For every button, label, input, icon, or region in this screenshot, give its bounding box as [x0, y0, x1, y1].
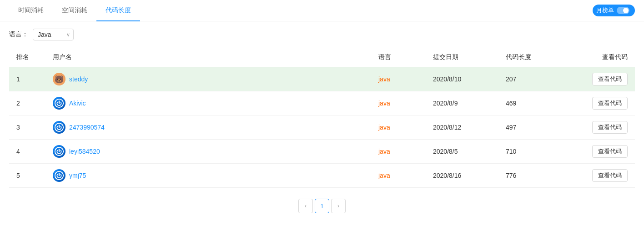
language-filter-label: 语言： [9, 30, 28, 39]
username-link[interactable]: Akivic [69, 100, 86, 107]
view-code-button[interactable]: 查看代码 [592, 97, 628, 110]
pagination: ‹ 1 › [0, 188, 644, 224]
header-code-length: 代码长度 [498, 48, 562, 67]
cell-username: Akivic [45, 91, 371, 116]
cell-date: 2020/8/5 [426, 140, 498, 164]
view-code-button[interactable]: 查看代码 [592, 145, 628, 158]
cell-code-length: 710 [498, 140, 562, 164]
view-code-button[interactable]: 查看代码 [592, 169, 628, 182]
table-row: 5 ymj75java2020/8/16776查看代码 [9, 164, 635, 188]
header-view-code: 查看代码 [562, 48, 635, 67]
avatar [53, 97, 65, 110]
tab-code-length[interactable]: 代码长度 [96, 0, 140, 21]
cell-rank: 5 [9, 164, 45, 188]
cell-lang: java [371, 140, 426, 164]
next-arrow-icon: › [337, 203, 339, 209]
avatar [53, 145, 65, 158]
cell-rank: 3 [9, 116, 45, 140]
header-lang: 语言 [371, 48, 426, 67]
toggle-switch-icon [617, 7, 629, 14]
username-link[interactable]: steddy [69, 75, 88, 83]
username-link[interactable]: 2473990574 [69, 124, 105, 131]
cell-view-code: 查看代码 [562, 116, 635, 140]
tab-time-cost[interactable]: 时间消耗 [9, 0, 53, 21]
cell-code-length: 497 [498, 116, 562, 140]
table-row: 1🐻steddyjava2020/8/10207查看代码 [9, 67, 635, 91]
cell-username: leyi584520 [45, 140, 371, 164]
header-date: 提交日期 [426, 48, 498, 67]
cell-code-length: 776 [498, 164, 562, 188]
username-link[interactable]: ymj75 [69, 172, 86, 179]
header-username: 用户名 [45, 48, 371, 67]
cell-view-code: 查看代码 [562, 67, 635, 91]
cell-code-length: 469 [498, 91, 562, 116]
view-code-button[interactable]: 查看代码 [592, 73, 628, 85]
monthly-toggle-button[interactable]: 月榜单 [593, 5, 635, 16]
cell-view-code: 查看代码 [562, 164, 635, 188]
table-header-row: 排名 用户名 语言 提交日期 代码长度 查看代码 [9, 48, 635, 67]
cell-rank: 2 [9, 91, 45, 116]
prev-arrow-icon: ‹ [305, 203, 307, 209]
cell-date: 2020/8/12 [426, 116, 498, 140]
avatar [53, 121, 65, 134]
cell-date: 2020/8/10 [426, 67, 498, 91]
cell-rank: 4 [9, 140, 45, 164]
avatar [53, 169, 65, 182]
cell-view-code: 查看代码 [562, 140, 635, 164]
filter-row: 语言： Java C++ Python C [0, 21, 644, 48]
pagination-prev-button[interactable]: ‹ [298, 199, 313, 213]
cell-date: 2020/8/16 [426, 164, 498, 188]
cell-username: 2473990574 [45, 116, 371, 140]
cell-lang: java [371, 91, 426, 116]
table-row: 3 2473990574java2020/8/12497查看代码 [9, 116, 635, 140]
tabs-container: 时间消耗 空间消耗 代码长度 月榜单 [0, 0, 644, 21]
leaderboard-table: 排名 用户名 语言 提交日期 代码长度 查看代码 1🐻st [9, 48, 635, 188]
page-number: 1 [320, 203, 323, 210]
cell-lang: java [371, 164, 426, 188]
cell-lang: java [371, 67, 426, 91]
cell-code-length: 207 [498, 67, 562, 91]
view-code-button[interactable]: 查看代码 [592, 121, 628, 134]
cell-username: ymj75 [45, 164, 371, 188]
cell-username: 🐻steddy [45, 67, 371, 91]
cell-rank: 1 [9, 67, 45, 91]
pagination-next-button[interactable]: › [331, 199, 346, 213]
username-link[interactable]: leyi584520 [69, 148, 100, 155]
tab-space-cost[interactable]: 空间消耗 [53, 0, 96, 21]
pagination-page-1[interactable]: 1 [315, 199, 329, 213]
cell-lang: java [371, 116, 426, 140]
language-select-wrapper: Java C++ Python C [33, 29, 74, 40]
cell-date: 2020/8/9 [426, 91, 498, 116]
avatar: 🐻 [53, 73, 65, 85]
cell-view-code: 查看代码 [562, 91, 635, 116]
header-rank: 排名 [9, 48, 45, 67]
table-row: 4 leyi584520java2020/8/5710查看代码 [9, 140, 635, 164]
table-row: 2 Akivicjava2020/8/9469查看代码 [9, 91, 635, 116]
language-select[interactable]: Java C++ Python C [33, 29, 74, 40]
table-container: 排名 用户名 语言 提交日期 代码长度 查看代码 1🐻st [0, 48, 644, 188]
